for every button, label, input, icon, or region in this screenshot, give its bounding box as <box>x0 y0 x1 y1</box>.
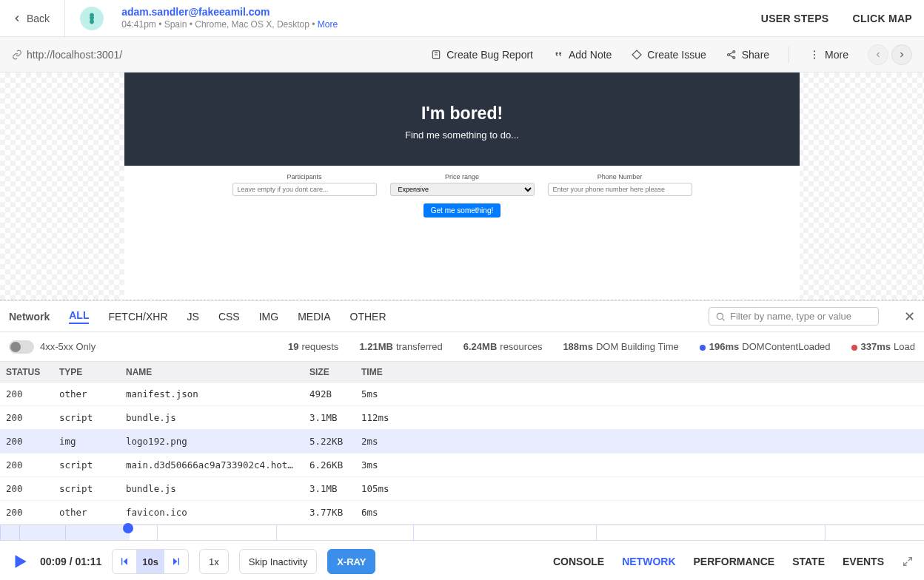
tab-console[interactable]: CONSOLE <box>553 556 604 567</box>
phone-input[interactable] <box>548 183 692 196</box>
divider <box>789 47 789 63</box>
table-row[interactable]: 200scriptbundle.js3.1MB105ms <box>0 477 924 501</box>
svg-point-2 <box>733 50 735 53</box>
tab-img[interactable]: IMG <box>259 311 278 323</box>
tab-network[interactable]: NETWORK <box>622 556 675 567</box>
url-display[interactable]: http://localhost:3001/ <box>12 49 122 61</box>
chevron-right-icon <box>897 50 906 59</box>
more-button[interactable]: More <box>808 49 848 61</box>
tab-fetch-xhr[interactable]: FETCH/XHR <box>108 311 167 323</box>
url-bar: http://localhost:3001/ Create Bug Report… <box>0 37 924 72</box>
play-icon <box>10 552 30 571</box>
search-icon <box>715 311 726 322</box>
back-button[interactable]: Back <box>12 13 50 24</box>
col-time[interactable]: TIME <box>355 367 413 377</box>
cell-type: other <box>53 388 120 399</box>
participants-input[interactable] <box>232 183 377 196</box>
skip-inactivity-button[interactable]: Skip Inactivity <box>239 549 317 574</box>
cell-size: 5.22KB <box>304 436 355 447</box>
col-size[interactable]: SIZE <box>304 367 355 377</box>
summary-dcl: 196msDOMContentLoaded <box>700 341 831 352</box>
diamond-icon <box>631 49 643 61</box>
session-info: adam.sandler@fakeeamil.com 04:41pm • Spa… <box>121 6 338 30</box>
tab-all[interactable]: ALL <box>69 309 89 324</box>
timeline[interactable] <box>0 525 924 541</box>
col-name[interactable]: NAME <box>120 367 304 377</box>
cell-time: 112ms <box>355 412 413 423</box>
skip-group: 10s <box>112 549 189 574</box>
speed-button[interactable]: 1x <box>199 549 229 574</box>
cell-name: favicon.ico <box>120 507 304 518</box>
create-issue-button[interactable]: Create Issue <box>631 49 706 61</box>
avatar[interactable] <box>80 7 104 30</box>
cell-name: logo192.png <box>120 436 304 447</box>
price-select[interactable]: Expensive <box>390 183 535 196</box>
svg-point-3 <box>733 56 735 58</box>
tab-user-steps[interactable]: USER STEPS <box>761 13 829 24</box>
tab-other[interactable]: OTHER <box>350 311 386 323</box>
share-button[interactable]: Share <box>726 49 769 61</box>
table-header: STATUS TYPE NAME SIZE TIME 0.00000:0500:… <box>0 362 924 382</box>
action-label: Share <box>742 49 769 61</box>
chevron-left-icon <box>12 13 22 24</box>
expand-button[interactable] <box>902 556 914 567</box>
network-summary: 4xx-5xx Only 19requests 1.21MBtransferre… <box>0 332 924 362</box>
playback-viewport: I'm bored! Find me something to do... Pa… <box>0 72 924 300</box>
action-label: Create Issue <box>647 49 706 61</box>
player-controls: 00:09 / 01:11 10s 1x Skip Inactivity X-R… <box>0 541 924 580</box>
table-row[interactable]: 200scriptmain.d3d50666ac9a733902c4.hot-u… <box>0 453 924 477</box>
cell-status: 200 <box>0 459 53 471</box>
field-label: Price range <box>445 173 479 181</box>
xray-button[interactable]: X-RAY <box>327 549 375 574</box>
top-bar: Back adam.sandler@fakeeamil.com 04:41pm … <box>0 0 924 37</box>
table-row[interactable]: 200imglogo192.png5.22KB2ms <box>0 430 924 453</box>
tab-click-map[interactable]: CLICK MAP <box>853 13 912 24</box>
col-status[interactable]: STATUS <box>0 367 53 377</box>
playhead[interactable] <box>123 523 133 533</box>
session-meta-text: 04:41pm • Spain • Chrome, Mac OS X, Desk… <box>121 19 318 30</box>
skip-step-label[interactable]: 10s <box>136 550 164 573</box>
tab-performance[interactable]: PERFORMANCE <box>694 556 775 567</box>
cell-status: 200 <box>0 412 53 423</box>
network-table: STATUS TYPE NAME SIZE TIME 0.00000:0500:… <box>0 362 924 525</box>
prev-session-button[interactable] <box>868 44 888 65</box>
tab-js[interactable]: JS <box>187 311 199 323</box>
bottom-tabs: CONSOLE NETWORK PERFORMANCE STATE EVENTS <box>553 556 914 567</box>
tab-state[interactable]: STATE <box>792 556 825 567</box>
quote-icon <box>552 49 564 61</box>
network-panel: Network ALL FETCH/XHR JS CSS IMG MEDIA O… <box>0 300 924 525</box>
filter-input[interactable]: Filter by name, type or value <box>709 307 879 326</box>
create-bug-report-button[interactable]: Create Bug Report <box>430 49 533 61</box>
cell-time: 3ms <box>355 459 413 471</box>
close-panel-button[interactable]: ✕ <box>904 308 915 325</box>
table-row[interactable]: 200otherfavicon.ico3.77KB6ms <box>0 501 924 525</box>
divider <box>64 0 65 36</box>
skip-forward-button[interactable] <box>164 550 188 573</box>
more-vertical-icon <box>808 49 820 61</box>
cell-status: 200 <box>0 436 53 447</box>
play-button[interactable] <box>10 552 30 571</box>
col-type[interactable]: TYPE <box>53 367 120 377</box>
add-note-button[interactable]: Add Note <box>552 49 612 61</box>
user-email[interactable]: adam.sandler@fakeeamil.com <box>121 6 338 19</box>
hero: I'm bored! Find me something to do... <box>124 72 800 166</box>
skip-back-button[interactable] <box>113 550 136 573</box>
tab-media[interactable]: MEDIA <box>298 311 330 323</box>
svg-point-7 <box>717 313 723 319</box>
summary-transferred: 1.21MBtransferred <box>359 341 442 352</box>
error-only-toggle[interactable] <box>9 340 34 354</box>
svg-point-6 <box>814 57 815 58</box>
top-right-tabs: USER STEPS CLICK MAP <box>761 13 912 24</box>
action-label: More <box>825 49 848 61</box>
svg-point-1 <box>727 53 729 55</box>
field-label: Phone Number <box>597 173 643 181</box>
tab-css[interactable]: CSS <box>218 311 240 323</box>
cell-name: bundle.js <box>120 412 304 423</box>
table-row[interactable]: 200scriptbundle.js3.1MB112ms <box>0 406 924 430</box>
table-row[interactable]: 200othermanifest.json492B5ms <box>0 382 924 406</box>
svg-point-4 <box>814 50 815 52</box>
summary-dom-build: 188msDOM Building Time <box>563 341 678 352</box>
session-more-link[interactable]: More <box>318 19 338 30</box>
tab-events[interactable]: EVENTS <box>843 556 884 567</box>
next-session-button[interactable] <box>891 44 912 65</box>
